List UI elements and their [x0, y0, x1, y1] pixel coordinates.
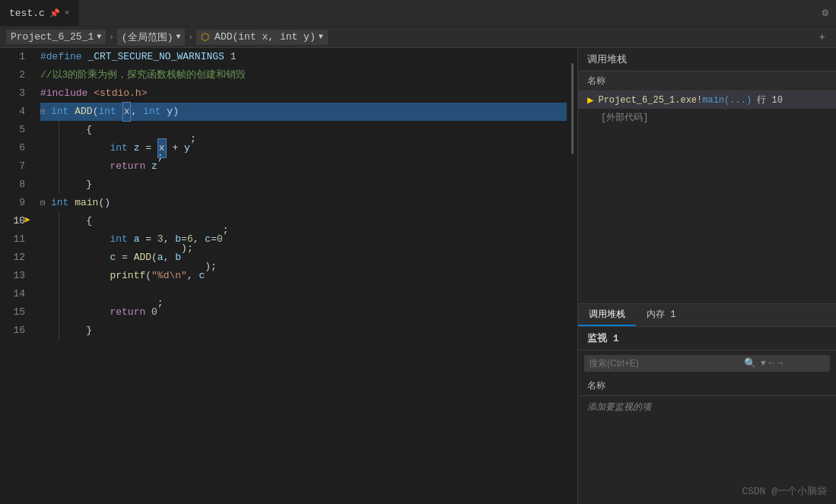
code-line-6: int z = x + y;: [40, 139, 567, 157]
line-num-13: 13: [9, 267, 25, 285]
breadcrumb-func-label: ADD(int x, int y): [215, 31, 316, 43]
chevron-down-icon-3: ▼: [319, 33, 323, 41]
gear-icon: ⚙: [822, 7, 828, 19]
tab-callstack[interactable]: 调用堆栈: [578, 304, 636, 326]
editor-scrollbar[interactable]: [567, 48, 577, 504]
code-token: return: [110, 303, 145, 322]
fn-name: Project_6_25_1.exe!: [598, 95, 702, 106]
watch-name-row: 名称: [578, 376, 836, 396]
code-token: 1: [230, 48, 237, 66]
line-num-4: 4: [9, 103, 25, 121]
line-num-9: 9: [9, 194, 25, 212]
fn-call: main(...): [702, 95, 752, 106]
code-token: ): [173, 103, 179, 121]
code-token: c: [199, 267, 205, 285]
code-line-13: printf("%d\n", c);: [40, 267, 567, 285]
line-num-14: 14: [9, 285, 25, 303]
code-container: 1 2 3 4 5 6 7 8 9 10 11 12 13 14 15 16: [0, 48, 577, 504]
code-line-12: c = ADD(a, b);: [40, 249, 567, 267]
code-token: }: [86, 322, 92, 340]
watch-title: 监视 1: [578, 327, 836, 350]
code-token: a: [134, 230, 140, 249]
file-tab[interactable]: test.c 📌 ×: [0, 0, 79, 26]
breadcrumb-add-button[interactable]: +: [815, 31, 830, 43]
code-line-14: [40, 285, 567, 303]
watch-placeholder: 添加要监视的项: [578, 396, 836, 418]
code-token: ADD: [75, 103, 92, 121]
code-token: c: [110, 249, 116, 267]
callstack-title: 调用堆栈: [578, 48, 836, 71]
code-line-9: ⊟int main(): [40, 194, 567, 212]
search-back-btn[interactable]: ←: [769, 358, 774, 369]
collapse-btn-4[interactable]: ⊟: [40, 103, 49, 121]
code-token: "%d\n": [151, 267, 187, 285]
code-token: ,: [131, 103, 137, 121]
close-tab-button[interactable]: ×: [65, 8, 70, 17]
code-token: ADD: [134, 249, 151, 267]
code-token: a: [157, 249, 164, 267]
breadcrumb-scope-label: (全局范围): [122, 30, 173, 44]
code-token: int: [51, 194, 68, 212]
code-line-7: return z;: [40, 157, 567, 176]
code-token: b: [175, 230, 181, 249]
search-dropdown-btn[interactable]: ▼: [761, 359, 766, 368]
line-num-5: 5: [9, 121, 25, 139]
settings-button[interactable]: ⚙: [815, 6, 836, 20]
code-token: main: [75, 194, 98, 212]
code-token: <stdio.h>: [94, 84, 147, 103]
code-token: y: [167, 103, 173, 121]
breadcrumb-separator-1: ›: [109, 33, 114, 42]
tab-bar: test.c 📌 × ⚙: [0, 0, 836, 27]
code-line-15: return 0;: [40, 303, 567, 322]
callstack-row-0[interactable]: ▶ Project_6_25_1.exe!main(...) 行 10: [578, 91, 836, 109]
line-num-11: 11: [9, 230, 25, 249]
tab-memory[interactable]: 内存 1: [636, 304, 686, 326]
code-line-16: }: [40, 322, 567, 340]
line-num-3: 3: [9, 84, 25, 103]
callstack-spacer: [578, 126, 836, 303]
code-token: int: [98, 103, 116, 121]
search-bar[interactable]: 🔍 ▼ ← →: [584, 355, 830, 372]
code-line-11: int a = 3, b=6, c=0;: [40, 230, 567, 249]
code-line-8: }: [40, 176, 567, 194]
execution-arrow: ➤: [24, 212, 31, 230]
code-token: {: [86, 212, 92, 230]
watch-col-name: 名称: [587, 379, 606, 392]
collapse-btn-9[interactable]: ⊟: [40, 194, 49, 212]
search-icon[interactable]: 🔍: [744, 357, 756, 369]
chevron-down-icon: ▼: [97, 33, 101, 41]
code-token: #include: [40, 84, 87, 103]
scroll-thumb[interactable]: [571, 63, 574, 154]
code-line-3: #include <stdio.h>: [40, 84, 567, 103]
right-panel: 调用堆栈 名称 ▶ Project_6_25_1.exe!main(...) 行…: [577, 48, 836, 504]
code-token: printf: [110, 267, 145, 285]
line-num-7: 7: [9, 157, 25, 176]
code-token: {: [86, 121, 92, 139]
code-token: }: [86, 176, 92, 194]
main-layout: 1 2 3 4 5 6 7 8 9 10 11 12 13 14 15 16: [0, 48, 836, 504]
code-token: _CRT_SECURE_NO_WARNINGS: [87, 48, 224, 66]
breadcrumb-func[interactable]: ⬡ ADD(int x, int y) ▼: [196, 30, 328, 45]
line-ref: 行 10: [757, 95, 783, 106]
breadcrumb-project[interactable]: Project_6_25_1 ▼: [6, 30, 106, 44]
search-input[interactable]: [589, 358, 741, 369]
code-token: int: [110, 139, 127, 157]
breadcrumb-project-label: Project_6_25_1: [11, 31, 94, 43]
code-token: (: [93, 103, 99, 121]
breadcrumb-scope[interactable]: (全局范围) ▼: [117, 29, 186, 46]
callstack-row-1: [外部代码]: [578, 109, 836, 126]
search-forward-btn[interactable]: →: [777, 358, 783, 369]
editor-area[interactable]: 1 2 3 4 5 6 7 8 9 10 11 12 13 14 15 16: [0, 48, 577, 504]
code-token: int: [143, 103, 161, 121]
line-num-10: 10: [9, 212, 25, 230]
code-lines[interactable]: #define _CRT_SECURE_NO_WARNINGS 1 //以3的阶…: [34, 48, 567, 504]
line-num-6: 6: [9, 139, 25, 157]
code-token: x: [122, 102, 132, 122]
callstack-row-0-text: Project_6_25_1.exe!main(...) 行 10: [598, 94, 782, 106]
breadcrumb-separator-2: ›: [188, 33, 193, 42]
cube-icon: ⬡: [201, 31, 209, 43]
line-num-12: 12: [9, 249, 25, 267]
tab-memory-label: 内存 1: [647, 309, 675, 320]
callstack-col-name: 名称: [587, 74, 606, 87]
line-num-15: 15: [9, 303, 25, 322]
